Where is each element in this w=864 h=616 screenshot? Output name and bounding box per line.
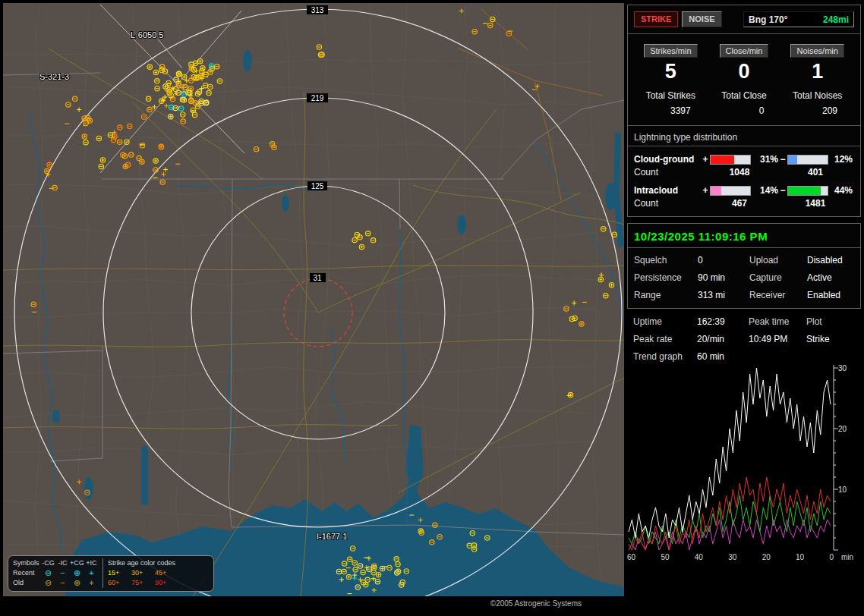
svg-text:219: 219 bbox=[311, 94, 324, 102]
svg-text:31: 31 bbox=[313, 274, 322, 282]
age-75: 75+ bbox=[131, 578, 155, 588]
legend-old-label: Old bbox=[13, 578, 41, 588]
upload-status: Disabled bbox=[807, 255, 854, 266]
ic-plus-old-icon: + bbox=[84, 578, 99, 588]
peak-rate-value: 20/min bbox=[697, 334, 749, 344]
strikes-per-min-value: 5 bbox=[634, 60, 708, 83]
close-per-min-value: 0 bbox=[708, 60, 781, 83]
settings-grid: Squelch 0 Upload Disabled Persistence 90… bbox=[634, 255, 854, 300]
intracloud-label: Intracloud bbox=[634, 185, 701, 196]
cg-plus-recent-icon: ⊕ bbox=[70, 568, 84, 578]
age-90: 90+ bbox=[155, 578, 178, 588]
uptime-label: Uptime bbox=[633, 316, 697, 327]
cg-minus-percent: 12% bbox=[828, 154, 853, 165]
capture-status: Active bbox=[807, 272, 854, 283]
ic-minus-percent: 44% bbox=[828, 185, 853, 196]
strike-button[interactable]: STRIKE bbox=[634, 11, 678, 27]
trend-y-axis bbox=[834, 365, 838, 550]
trend-x-unit: min bbox=[841, 553, 853, 561]
range-label: Range bbox=[634, 290, 698, 300]
bearing-label: Bng 170° bbox=[749, 14, 787, 25]
trend-chart-canvas: 30 20 10 bbox=[627, 363, 855, 553]
upload-label: Upload bbox=[749, 255, 807, 266]
squelch-label: Squelch bbox=[634, 255, 698, 266]
plus-sign: + bbox=[701, 185, 710, 196]
noises-per-min-value: 1 bbox=[780, 60, 854, 83]
age-30: 30+ bbox=[131, 568, 155, 578]
peak-time-label: Peak time bbox=[749, 316, 806, 327]
total-strikes-value: 3397 bbox=[634, 105, 708, 116]
cloud-ground-row: Cloud-ground + 31% − 12% Count 1048 401 bbox=[634, 154, 854, 178]
ic-plus-recent-icon: + bbox=[84, 568, 99, 578]
total-strikes-label: Total Strikes bbox=[634, 90, 708, 101]
svg-text:30: 30 bbox=[838, 364, 847, 372]
mode-button-row: STRIKE NOISE Bng 170° 248mi bbox=[628, 11, 860, 34]
cg-minus-recent-icon: ⊖ bbox=[41, 568, 55, 578]
legend-header-ic-plus: +IC bbox=[84, 558, 99, 568]
age-15: 15+ bbox=[108, 568, 131, 578]
peak-time-value: 10:49 PM bbox=[749, 334, 806, 344]
count-label: Count bbox=[634, 167, 701, 178]
legend-symbols-label: Symbols bbox=[13, 558, 41, 568]
map-canvas[interactable]: 313 219 125 31 L-6050 5 S-321-3 I-1677 1 bbox=[3, 3, 624, 596]
legend-header-cg-minus: -CG bbox=[41, 558, 55, 568]
bearing-display: Bng 170° 248mi bbox=[743, 11, 854, 27]
ic-minus-recent-icon: − bbox=[55, 568, 70, 578]
status-panel: STRIKE NOISE Bng 170° 248mi Strikes/min … bbox=[627, 5, 861, 568]
totals-labels-row: Total Strikes Total Close Total Noises bbox=[634, 90, 854, 101]
ic-plus-percent: 14% bbox=[751, 185, 778, 196]
ic-minus-bar bbox=[787, 186, 828, 196]
close-per-min-button[interactable]: Close/min bbox=[720, 44, 769, 58]
cg-minus-old-icon: ⊖ bbox=[41, 578, 55, 588]
age-45: 45+ bbox=[155, 568, 178, 578]
legend-symbols: Symbols -CG -IC +CG +IC Recent ⊖ − ⊕ + O… bbox=[13, 558, 99, 588]
total-close-label: Total Close bbox=[708, 90, 781, 101]
total-noises-value: 209 bbox=[780, 105, 854, 116]
trend-graph: 30 20 10 60 50 40 30 20 10 0 min bbox=[627, 363, 861, 568]
divider bbox=[628, 125, 860, 126]
receiver-status: Enabled bbox=[807, 290, 854, 300]
minus-sign: − bbox=[778, 185, 787, 196]
legend-header-cg-plus: +CG bbox=[70, 558, 84, 568]
svg-text:10: 10 bbox=[838, 486, 847, 494]
persistence-label: Persistence bbox=[634, 272, 698, 283]
ic-minus-count: 1481 bbox=[778, 198, 853, 209]
uptime-value: 162:39 bbox=[697, 316, 749, 327]
ic-minus-old-icon: − bbox=[55, 578, 70, 588]
session-info-grid: Uptime 162:39 Peak time Plot Peak rate 2… bbox=[627, 315, 861, 362]
cg-minus-count: 401 bbox=[778, 167, 853, 178]
peak-rate-label: Peak rate bbox=[633, 334, 697, 344]
age-60: 60+ bbox=[108, 578, 131, 588]
legend-age-title: Strike age color codes bbox=[108, 558, 178, 568]
ic-plus-bar bbox=[710, 186, 751, 196]
system-status-box: 10/23/2025 11:09:16 PM Squelch 0 Upload … bbox=[627, 223, 861, 309]
intracloud-row: Intracloud + 14% − 44% Count 467 1481 bbox=[634, 185, 854, 209]
minus-sign: − bbox=[778, 154, 787, 165]
cg-minus-bar bbox=[787, 155, 828, 165]
total-close-value: 0 bbox=[708, 105, 781, 116]
range-value: 313 mi bbox=[698, 290, 749, 300]
rate-values-row: 5 0 1 bbox=[634, 60, 854, 83]
storm-cell-label: L-6050 5 bbox=[131, 30, 163, 39]
strikes-per-min-button[interactable]: Strikes/min bbox=[644, 44, 697, 58]
distribution-title: Lightning type distribution bbox=[628, 132, 860, 146]
capture-label: Capture bbox=[749, 272, 807, 283]
persistence-value: 90 min bbox=[698, 272, 749, 283]
count-label: Count bbox=[634, 198, 701, 209]
cg-plus-bar bbox=[710, 155, 751, 165]
datetime-display: 10/23/2025 11:09:16 PM bbox=[628, 230, 860, 248]
trend-y-labels: 30 20 10 bbox=[838, 364, 847, 494]
legend-age-codes: Strike age color codes 15+ 30+ 45+ 60+ 7… bbox=[102, 558, 178, 588]
ic-plus-count: 467 bbox=[701, 198, 778, 209]
noise-button[interactable]: NOISE bbox=[682, 11, 721, 27]
bearing-distance: 248mi bbox=[823, 14, 849, 25]
legend-header-ic-minus: -IC bbox=[55, 558, 70, 568]
trend-window-value: 60 min bbox=[697, 351, 749, 362]
svg-text:313: 313 bbox=[311, 6, 324, 14]
strike-stats-box: STRIKE NOISE Bng 170° 248mi Strikes/min … bbox=[627, 5, 861, 217]
plot-value: Strike bbox=[806, 334, 855, 344]
noises-per-min-button[interactable]: Noises/min bbox=[790, 44, 844, 58]
trend-graph-label: Trend graph bbox=[633, 351, 697, 362]
copyright-text: ©2005 Astrogenic Systems bbox=[3, 599, 624, 608]
lightning-map[interactable]: 313 219 125 31 L-6050 5 S-321-3 I-1677 1… bbox=[3, 3, 624, 596]
